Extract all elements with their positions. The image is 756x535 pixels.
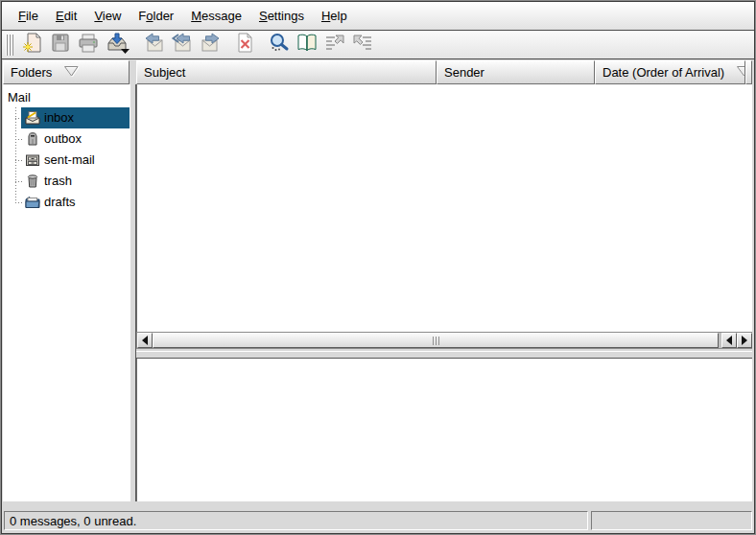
folder-item-trash[interactable]: trash: [3, 171, 130, 192]
reply-all-icon: [171, 32, 194, 58]
inbox-icon: [24, 109, 41, 127]
save-button[interactable]: [46, 32, 74, 58]
arrow-left-icon: [142, 336, 148, 345]
drafts-icon: [24, 194, 41, 211]
reply-icon: [143, 32, 166, 58]
search-icon: [268, 32, 291, 58]
folder-item-drafts[interactable]: drafts: [3, 192, 130, 213]
address-book-icon: [295, 32, 319, 58]
main-toolbar: [2, 31, 754, 59]
print-icon: [77, 32, 100, 58]
menu-help[interactable]: Help: [313, 5, 356, 27]
menu-view[interactable]: View: [85, 5, 130, 27]
arrow-right-icon: [742, 336, 747, 345]
forward-button[interactable]: [196, 32, 224, 58]
next-unread-message-button[interactable]: [348, 32, 376, 58]
folder-root-mail[interactable]: Mail: [8, 90, 31, 105]
scroll-right-button[interactable]: [737, 333, 752, 348]
folder-tree-pane: Mail inbox outbox: [3, 84, 130, 501]
header-corner-cap: [745, 60, 752, 84]
status-secondary-panel: [591, 511, 752, 530]
toolbar-drag-handle[interactable]: [6, 35, 13, 56]
subject-column-header[interactable]: Subject: [136, 60, 437, 84]
trash-icon: [24, 173, 41, 190]
new-message-icon: [21, 32, 44, 58]
vertical-splitter[interactable]: [130, 84, 136, 501]
status-bar: 0 messages, 0 unread.: [2, 507, 754, 533]
scroll-left-button-right[interactable]: [721, 333, 737, 348]
find-messages-button[interactable]: [265, 32, 293, 58]
sender-column-header[interactable]: Sender: [437, 60, 595, 84]
previous-unread-icon: [323, 32, 346, 58]
menu-folder[interactable]: Folder: [130, 5, 182, 27]
previous-unread-message-button[interactable]: [320, 32, 348, 58]
check-mail-button[interactable]: [102, 32, 133, 58]
forward-icon: [199, 32, 222, 58]
outbox-icon: [24, 130, 41, 148]
horizontal-splitter[interactable]: [136, 351, 752, 359]
scroll-left-button[interactable]: [137, 333, 153, 348]
menu-file[interactable]: File: [10, 5, 47, 27]
delete-button[interactable]: [230, 32, 258, 58]
date-column-header[interactable]: Date (Order of Arrival): [595, 60, 745, 84]
delete-icon: [233, 32, 256, 58]
folder-item-inbox[interactable]: inbox: [3, 107, 130, 128]
reply-button[interactable]: [140, 32, 168, 58]
next-unread-icon: [351, 32, 374, 58]
menu-edit[interactable]: Edit: [47, 5, 85, 27]
message-preview-pane: [136, 359, 752, 501]
menu-message[interactable]: Message: [182, 5, 250, 27]
menu-bar: File Edit View Folder Message Settings H…: [2, 2, 754, 31]
new-message-button[interactable]: [18, 32, 46, 58]
save-icon: [49, 32, 72, 58]
address-book-button[interactable]: [293, 32, 320, 58]
status-message-panel: 0 messages, 0 unread.: [4, 511, 588, 530]
print-button[interactable]: [74, 32, 102, 58]
sent-mail-icon: [24, 151, 41, 169]
folders-column-header[interactable]: Folders: [3, 60, 130, 84]
thumb-grip-icon: [433, 337, 439, 345]
menu-settings[interactable]: Settings: [250, 5, 313, 27]
hscrollbar-thumb[interactable]: [153, 333, 719, 348]
sort-indicator-icon: [63, 64, 80, 81]
reply-all-button[interactable]: [168, 32, 196, 58]
message-list-hscrollbar: [136, 332, 752, 349]
sort-indicator-icon: [736, 64, 745, 81]
folder-item-sent-mail[interactable]: sent-mail: [3, 150, 130, 171]
folder-item-outbox[interactable]: outbox: [3, 128, 130, 150]
message-list-pane: [136, 84, 752, 332]
arrow-left-icon: [726, 336, 732, 345]
check-mail-icon: [106, 32, 130, 58]
